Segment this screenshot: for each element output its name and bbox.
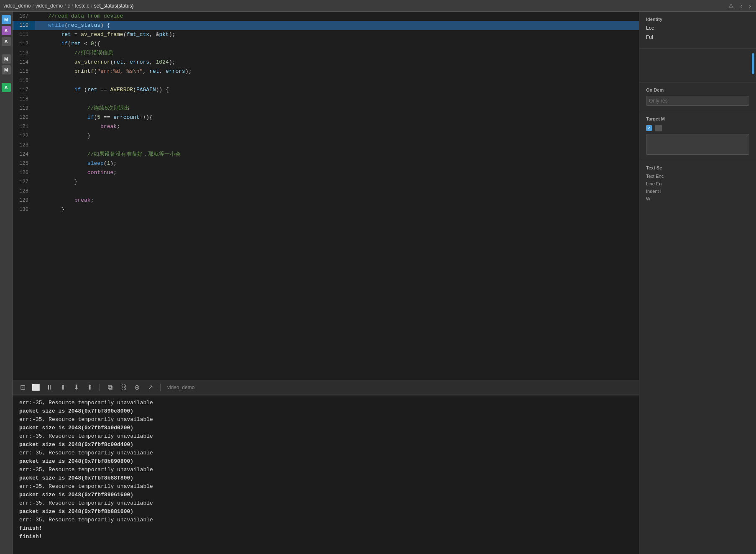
scrollbar-area [639, 49, 756, 82]
line-code-122: } [35, 131, 637, 141]
breadcrumb-part-4[interactable]: testc.c [75, 3, 89, 9]
line-code-107: //read data from device [35, 12, 637, 21]
line-code-120: if(5 == errcount++){ [35, 113, 637, 122]
table-row: 122 } [13, 131, 639, 141]
identity-title: Identity [646, 17, 749, 22]
line-code-123 [35, 141, 637, 150]
terminal-output[interactable]: err:-35, Resource temporarily unavailabl… [13, 395, 639, 554]
list-item: finish! [19, 524, 632, 533]
line-code-121: break; [35, 122, 637, 131]
terminal-new-button[interactable]: ⬜ [31, 382, 41, 392]
sidebar-item-m-dark2[interactable]: M [2, 65, 11, 74]
code-lines: 107 //read data from device 110 while(re… [13, 12, 639, 214]
breadcrumb-sep-2: / [64, 3, 66, 9]
line-code-119: //连续5次则退出 [35, 104, 637, 113]
line-code-115: printf("err:%d, %s\n", ret, errors); [35, 67, 637, 76]
terminal-toolbar: ⊡ ⬜ ⏸ ⬆ ⬇ ⬆ ⧉ ⛓ ⊕ ↗ video_demo [13, 380, 639, 395]
list-item: finish! [19, 533, 632, 541]
line-end-label: Line En [646, 181, 662, 186]
target-checkbox[interactable]: ✓ [646, 125, 652, 131]
toolbar-divider [100, 384, 100, 391]
table-row: 114 av_strerror(ret, errors, 1024); [13, 58, 639, 67]
terminal-project-name: video_demo [167, 385, 194, 390]
line-code-112: if(ret < 0){ [35, 39, 637, 49]
line-num-120: 120 [14, 113, 35, 122]
editor-area: 107 //read data from device 110 while(re… [13, 12, 639, 554]
indent-label: Indent I [646, 189, 662, 194]
line-num-124: 124 [14, 150, 35, 159]
indent-row: Indent I [646, 189, 749, 194]
sidebar-item-m-blue[interactable]: M [2, 15, 11, 24]
target-checkbox-unchecked[interactable] [655, 125, 662, 131]
table-row: 111 ret = av_read_frame(fmt_ctx, &pkt); [13, 30, 639, 39]
warning-icon-button[interactable]: ⚠ [727, 2, 736, 10]
list-item: err:-35, Resource temporarily unavailabl… [19, 449, 632, 457]
left-sidebar: M A A M M A [0, 12, 13, 554]
line-num-122: 122 [14, 131, 35, 141]
breadcrumb-part-5[interactable]: set_status(status) [94, 3, 134, 9]
terminal-move-up-button[interactable]: ⬆ [84, 382, 94, 392]
only-res-input[interactable] [646, 96, 749, 106]
terminal-area[interactable]: err:-35, Resource temporarily unavailabl… [13, 395, 639, 554]
line-code-111: ret = av_read_frame(fmt_ctx, &pkt); [35, 30, 637, 39]
breadcrumb-part-1[interactable]: video_demo [3, 3, 31, 9]
line-code-110: while(rec_status) { [35, 21, 637, 30]
breadcrumb-sep-4: / [91, 3, 92, 9]
terminal-link-button[interactable]: ⛓ [118, 382, 128, 392]
line-num-127: 127 [14, 177, 35, 187]
line-num-112: 112 [14, 39, 35, 49]
sidebar-item-a-purple[interactable]: A [2, 26, 11, 35]
target-title: Target M [646, 116, 749, 121]
line-num-123: 123 [14, 141, 35, 150]
line-num-130: 130 [14, 205, 35, 214]
text-enc-label: Text Enc [646, 174, 664, 179]
list-item: packet size is 2048(0x7fbf8a0d0200) [19, 424, 632, 432]
table-row: 128 [13, 187, 639, 196]
vertical-scrollbar[interactable] [752, 53, 754, 74]
table-row: 119 //连续5次则退出 [13, 104, 639, 113]
list-item: err:-35, Resource temporarily unavailabl… [19, 432, 632, 441]
list-item: packet size is 2048(0x7fbf89061600) [19, 491, 632, 499]
terminal-copy-button[interactable]: ⧉ [105, 382, 115, 392]
sidebar-item-a-green[interactable]: A [2, 83, 11, 92]
table-row: 117 if (ret == AVERROR(EAGAIN)) { [13, 85, 639, 95]
terminal-add-button[interactable]: ⊕ [132, 382, 142, 392]
line-num-117: 117 [14, 85, 35, 95]
on-demand-title: On Dem [646, 87, 749, 92]
terminal-pause-button[interactable]: ⏸ [44, 382, 54, 392]
line-num-116: 116 [14, 76, 35, 85]
line-num-129: 129 [14, 196, 35, 205]
top-bar: video_demo / video_demo / c / testc.c / … [0, 0, 756, 12]
table-row: 129 break; [13, 196, 639, 205]
terminal-scroll-up-button[interactable]: ⬆ [58, 382, 68, 392]
table-row: 121 break; [13, 122, 639, 131]
top-bar-actions: ⚠ ‹ › [727, 2, 753, 10]
target-section: Target M ✓ [639, 111, 756, 160]
terminal-toggle-button[interactable]: ⊡ [18, 382, 28, 392]
line-num-114: 114 [14, 58, 35, 67]
text-enc-row: Text Enc [646, 174, 749, 179]
text-settings-title: Text Se [646, 165, 749, 170]
sidebar-item-a-dark[interactable]: A [2, 37, 11, 46]
breadcrumb-part-3[interactable]: c [67, 3, 70, 9]
breadcrumb-part-2[interactable]: video_demo [36, 3, 63, 9]
line-code-128 [35, 187, 637, 196]
line-code-118 [35, 95, 637, 104]
table-row: 126 continue; [13, 168, 639, 177]
sidebar-item-m-dark[interactable]: M [2, 54, 11, 64]
line-code-129: break; [35, 196, 637, 205]
text-settings-section: Text Se Text Enc Line En Indent I W [639, 160, 756, 209]
table-row: 124 //如果设备没有准备好，那就等一小会 [13, 150, 639, 159]
table-row: 118 [13, 95, 639, 104]
target-checkbox-row: ✓ [646, 125, 749, 131]
code-editor[interactable]: 107 //read data from device 110 while(re… [13, 12, 639, 380]
table-row: 125 sleep(1); [13, 159, 639, 168]
list-item: err:-35, Resource temporarily unavailabl… [19, 499, 632, 508]
table-row: 120 if(5 == errcount++){ [13, 113, 639, 122]
terminal-send-button[interactable]: ↗ [145, 382, 155, 392]
table-row: 115 printf("err:%d, %s\n", ret, errors); [13, 67, 639, 76]
terminal-scroll-down-button[interactable]: ⬇ [71, 382, 81, 392]
line-code-124: //如果设备没有准备好，那就等一小会 [35, 150, 637, 159]
navigate-prev-button[interactable]: ‹ [739, 2, 744, 10]
navigate-next-button[interactable]: › [747, 2, 753, 10]
